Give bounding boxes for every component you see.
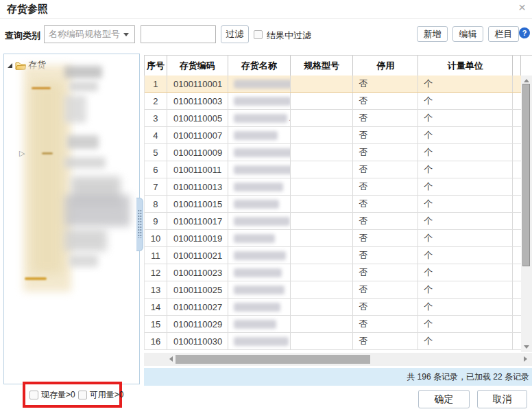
table-row[interactable]: 80100110015否个 bbox=[145, 196, 521, 213]
edit-button[interactable]: 编辑 bbox=[452, 26, 483, 42]
cell-inventory-code: 0100110011 bbox=[167, 161, 228, 178]
cell-inventory-name-blurred bbox=[228, 247, 291, 264]
table-header-row: 序号存货编码存货名称规格型号停用计量单位 bbox=[144, 55, 532, 76]
cell-stopped: 否 bbox=[353, 144, 418, 161]
chevron-down-icon bbox=[123, 33, 129, 36]
table-row[interactable]: 60100110011…否个 bbox=[145, 161, 521, 178]
cell-spec-model bbox=[291, 230, 354, 246]
cell-spec-model bbox=[291, 316, 354, 332]
cell-filler bbox=[513, 316, 521, 332]
cell-inventory-name-blurred bbox=[228, 281, 291, 298]
table-row[interactable]: 30100110005…否个 bbox=[145, 110, 521, 127]
column-header[interactable]: 计量单位 bbox=[418, 56, 513, 76]
cell-row-number: 4 bbox=[145, 127, 167, 143]
title-divider bbox=[0, 18, 532, 19]
blurred-tree-blob bbox=[69, 255, 98, 267]
tree-expanded-icon[interactable] bbox=[8, 63, 12, 68]
cell-row-number: 16 bbox=[145, 333, 167, 349]
blurred-text bbox=[234, 165, 291, 174]
cell-stopped: 否 bbox=[353, 110, 418, 126]
blurred-text bbox=[234, 200, 279, 209]
table-row[interactable]: 40100110007否个 bbox=[145, 127, 521, 144]
blurred-tree-blob bbox=[32, 82, 63, 274]
tree-collapsed-icon[interactable]: ▷ bbox=[19, 149, 25, 158]
close-icon[interactable]: × bbox=[518, 1, 526, 14]
query-category-select[interactable]: 名称编码规格型号 bbox=[44, 25, 135, 43]
filter-button[interactable]: 过滤 bbox=[221, 25, 249, 43]
blurred-text bbox=[234, 97, 291, 106]
column-header[interactable]: 存货编码 bbox=[167, 56, 228, 76]
cell-inventory-code: 0100110021 bbox=[167, 247, 228, 264]
cell-filler bbox=[513, 264, 521, 281]
cell-inventory-name-blurred bbox=[228, 178, 291, 195]
vertical-scrollbar[interactable] bbox=[521, 76, 532, 352]
cell-inventory-code: 0100110015 bbox=[167, 196, 228, 212]
cell-inventory-name-blurred bbox=[228, 299, 291, 315]
onhand-qty-checkbox[interactable] bbox=[29, 391, 38, 399]
column-header[interactable]: 存货名称 bbox=[228, 56, 291, 76]
help-icon[interactable]: ? bbox=[519, 27, 530, 38]
cell-spec-model bbox=[291, 299, 354, 315]
blurred-tree-blob bbox=[64, 195, 130, 227]
column-header[interactable]: 停用 bbox=[353, 56, 418, 76]
tree-root-node-inventory[interactable]: 存货 bbox=[8, 59, 46, 71]
table-row[interactable]: 100100110019否个 bbox=[145, 230, 521, 247]
cell-stopped: 否 bbox=[353, 178, 418, 195]
cell-inventory-code: 0100110003 bbox=[167, 93, 228, 109]
columns-button[interactable]: 栏目 bbox=[488, 26, 519, 42]
horizontal-scrollbar[interactable] bbox=[144, 353, 532, 366]
cell-filler bbox=[513, 144, 521, 161]
cell-filler bbox=[513, 333, 521, 349]
blurred-text bbox=[234, 320, 276, 329]
cell-row-number: 6 bbox=[145, 161, 167, 178]
available-qty-checkbox[interactable] bbox=[78, 391, 87, 399]
cell-unit: 个 bbox=[418, 333, 513, 349]
table-row[interactable]: 120100110023否个 bbox=[145, 264, 521, 281]
blurred-text bbox=[234, 234, 275, 243]
panel-splitter-handle[interactable] bbox=[136, 198, 143, 251]
column-header-filler bbox=[513, 56, 521, 76]
cell-spec-model bbox=[291, 213, 354, 229]
cell-filler bbox=[513, 178, 521, 195]
cell-row-number: 9 bbox=[145, 213, 167, 229]
cell-inventory-code: 0100110013 bbox=[167, 178, 228, 195]
table-row[interactable]: 10100110001..否个 bbox=[145, 76, 521, 93]
cell-stopped: 否 bbox=[353, 247, 418, 264]
table-row[interactable]: 20100110003…否个 bbox=[145, 93, 521, 110]
horizontal-scroll-thumb[interactable] bbox=[176, 355, 370, 364]
table-body: 10100110001..否个20100110003…否个30100110005… bbox=[144, 76, 521, 350]
vertical-scroll-thumb[interactable] bbox=[522, 84, 530, 266]
cell-inventory-name-blurred bbox=[228, 213, 291, 229]
available-qty-label: 可用量>0 bbox=[90, 389, 124, 401]
scroll-down-icon[interactable] bbox=[524, 345, 529, 349]
status-bar: 共 196 条记录，已加载 22 条记录 bbox=[144, 368, 532, 386]
column-header[interactable]: 序号 bbox=[145, 56, 167, 76]
ok-button[interactable]: 确定 bbox=[418, 390, 470, 408]
add-button[interactable]: 新增 bbox=[417, 26, 448, 42]
search-input[interactable] bbox=[141, 25, 216, 43]
table-row[interactable]: 90100110017否个 bbox=[145, 213, 521, 230]
blurred-text bbox=[234, 183, 283, 191]
table-row[interactable]: 140100110027否个 bbox=[145, 299, 521, 316]
cell-spec-model bbox=[291, 144, 354, 161]
scroll-up-icon[interactable] bbox=[524, 79, 529, 82]
table-row[interactable]: 70100110013否个 bbox=[145, 178, 521, 196]
cell-inventory-code: 0100110007 bbox=[167, 127, 228, 143]
cell-stopped: 否 bbox=[353, 161, 418, 178]
cell-row-number: 2 bbox=[145, 93, 167, 109]
table-row[interactable]: 160100110030.否个 bbox=[145, 333, 521, 350]
scroll-left-icon[interactable] bbox=[169, 356, 173, 362]
cell-inventory-name-blurred: … bbox=[228, 161, 291, 178]
table-row[interactable]: 150100110029否个 bbox=[145, 316, 521, 333]
table-row[interactable]: 110100110021否个 bbox=[145, 247, 521, 264]
filter-in-results-checkbox[interactable] bbox=[254, 30, 263, 39]
cell-inventory-name-blurred bbox=[228, 264, 291, 281]
table-row[interactable]: 50100110009否个 bbox=[145, 144, 521, 161]
cell-inventory-name-blurred bbox=[228, 127, 291, 143]
cancel-button[interactable]: 取消 bbox=[477, 390, 527, 408]
column-header[interactable]: 规格型号 bbox=[291, 56, 354, 76]
cell-inventory-code: 0100110009 bbox=[167, 144, 228, 161]
scroll-right-icon[interactable] bbox=[524, 356, 527, 362]
table-row[interactable]: 130100110025否个 bbox=[145, 281, 521, 299]
blurred-text bbox=[234, 131, 278, 140]
